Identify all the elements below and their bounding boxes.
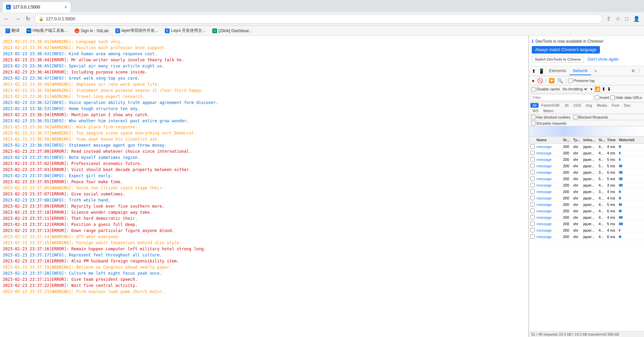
bookmark-hu[interactable]: Hu Http客户端工具集...: [24, 27, 71, 34]
match-language-button[interactable]: Always match Chrome's language: [532, 46, 600, 54]
network-table[interactable]: Name St... Ty... Initia... Si... Time Wa…: [529, 136, 644, 331]
throttle-select[interactable]: No throttling: [561, 87, 588, 91]
col-time-header[interactable]: Time: [606, 137, 618, 143]
table-row[interactable]: message 200 xhr jquer... 5... 5 ms: [529, 176, 644, 182]
invert-checkbox[interactable]: [595, 96, 599, 100]
throttle-dropdown-icon[interactable]: ▼: [590, 87, 593, 91]
type-filter-media[interactable]: Media: [595, 103, 609, 108]
table-row[interactable]: message 200 xhr jquer... 4... 5 ms: [529, 221, 644, 227]
table-row[interactable]: message 200 xhr jquer... 4... 6 ms: [529, 234, 644, 240]
row-checkbox[interactable]: [530, 189, 535, 194]
preserve-log-checkbox[interactable]: [568, 79, 572, 83]
share-button[interactable]: ⇧: [605, 14, 612, 23]
row-checkbox[interactable]: [530, 202, 535, 207]
table-row[interactable]: message 200 xhr jquer... 3... 4 ms: [529, 189, 644, 195]
type-filter-all[interactable]: All: [530, 103, 539, 108]
bookmark-translate[interactable]: T 翻译: [3, 27, 22, 34]
type-filter-img[interactable]: Img: [584, 103, 594, 108]
col-size-header[interactable]: Si...: [598, 137, 606, 143]
table-row[interactable]: message 200 xhr jquer... 4... 5 ms: [529, 202, 644, 208]
switch-to-chinese-button[interactable]: Switch DevTools to Chinese: [532, 56, 584, 63]
clear-button[interactable]: 🚫: [536, 77, 544, 84]
row-checkbox[interactable]: [530, 222, 535, 226]
invert-label[interactable]: Invert: [595, 96, 609, 100]
dont-show-again-button[interactable]: Don't show again: [586, 56, 620, 63]
preserve-log-label[interactable]: Preserve log: [568, 79, 594, 83]
hide-data-urls-checkbox[interactable]: [610, 96, 615, 100]
type-filter-wasm[interactable]: Wasm: [541, 108, 556, 113]
has-blocked-cookies-checkbox[interactable]: [531, 115, 535, 119]
row-checkbox[interactable]: [530, 144, 535, 149]
row-checkbox[interactable]: [530, 157, 535, 162]
disable-cache-checkbox[interactable]: [531, 87, 535, 91]
row-checkbox[interactable]: [530, 176, 535, 181]
more-options-icon[interactable]: ⋮: [636, 67, 643, 75]
type-filter-js[interactable]: JS: [562, 103, 571, 108]
record-button[interactable]: ●: [531, 77, 535, 84]
network-conditions-icon[interactable]: 📶: [594, 86, 600, 92]
bookmark-button[interactable]: ☆: [614, 14, 622, 23]
row-checkbox[interactable]: [530, 170, 535, 174]
col-type-header[interactable]: Ty...: [572, 137, 583, 143]
table-row[interactable]: message 200 xhr jquer... 5... 5 ms: [529, 163, 644, 169]
active-tab[interactable]: L 127.0.0.1:5000 ×: [3, 2, 71, 12]
row-type: xhr: [572, 144, 583, 149]
settings-icon[interactable]: ⚙: [630, 67, 636, 75]
import-icon[interactable]: ⬆: [602, 86, 606, 92]
has-blocked-cookies-label[interactable]: Has blocked cookies: [531, 115, 570, 119]
tab-elements[interactable]: Elements: [546, 67, 569, 75]
type-filter-doc[interactable]: Doc: [622, 103, 633, 108]
row-checkbox[interactable]: [530, 234, 535, 239]
row-checkbox[interactable]: [530, 164, 535, 168]
table-row[interactable]: message 200 xhr jquer... 4... 6 ms: [529, 208, 644, 214]
table-row[interactable]: message 200 xhr jquer... 4... 5 ms: [529, 156, 644, 163]
table-row[interactable]: message 200 xhr jquer... 4... 4 ms: [529, 144, 644, 150]
col-initiator-header[interactable]: Initia...: [583, 137, 598, 143]
tab-network[interactable]: Network: [569, 67, 591, 75]
devtools-cursor-icon[interactable]: ⬆: [530, 67, 537, 75]
col-name-header[interactable]: Name: [535, 137, 562, 143]
col-status-header[interactable]: St...: [562, 137, 572, 143]
bookmark-gitlab[interactable]: 🦊 Sign in · GitLab: [72, 28, 111, 34]
row-checkbox[interactable]: [530, 183, 535, 187]
filter-icon[interactable]: 🔽: [548, 77, 555, 84]
back-button[interactable]: ←: [3, 15, 11, 23]
type-filter-font[interactable]: Font: [610, 103, 621, 108]
row-checkbox[interactable]: [530, 196, 535, 200]
bookmark-layui[interactable]: B Layui 开发使用文...: [162, 27, 208, 34]
forward-button[interactable]: →: [14, 15, 22, 23]
third-party-label[interactable]: 3rd-party requests: [531, 121, 566, 125]
table-row[interactable]: message 200 xhr jquer... 3... 6 ms: [529, 169, 644, 176]
table-row[interactable]: message 200 xhr jquer... 4... 4 ms: [529, 150, 644, 156]
bookmark-zillnk[interactable]: D [Zillnk] Dashboar...: [210, 28, 255, 34]
log-panel[interactable]: 2023-02-23 23:36:41[WARNING]: Language s…: [0, 36, 529, 337]
devtools-device-icon[interactable]: 📱: [537, 67, 546, 75]
table-row[interactable]: message 200 xhr jquer... 4... 3 ms: [529, 182, 644, 189]
table-row[interactable]: message 200 xhr jquer... 4... 4 ms: [529, 227, 644, 234]
address-bar[interactable]: 🔒 127.0.0.1:5000: [34, 14, 602, 24]
search-button[interactable]: 🔍: [557, 77, 564, 84]
export-icon[interactable]: ⬇: [607, 86, 611, 92]
split-button[interactable]: □: [624, 14, 630, 23]
blocked-requests-checkbox[interactable]: [573, 115, 578, 119]
row-checkbox[interactable]: [530, 209, 535, 213]
table-row[interactable]: message 200 xhr jquer... 4... 4 ms: [529, 214, 644, 221]
third-party-checkbox[interactable]: [531, 121, 535, 125]
type-filter-ws[interactable]: WS: [530, 108, 541, 113]
col-waterfall-header[interactable]: Waterfall: [618, 137, 643, 143]
filter-input[interactable]: [531, 94, 593, 101]
bookmark-layer[interactable]: B layer弹层组件开发...: [113, 27, 161, 34]
row-checkbox[interactable]: [530, 215, 535, 219]
row-checkbox[interactable]: [530, 228, 535, 232]
type-filter-fetch/xhr[interactable]: Fetch/XHR: [539, 103, 562, 108]
blocked-requests-label[interactable]: Blocked Requests: [573, 115, 608, 119]
reload-button[interactable]: ↻: [24, 14, 32, 23]
tab-more[interactable]: »: [591, 67, 600, 75]
profile-button[interactable]: 👤: [632, 14, 641, 23]
hide-data-urls-label[interactable]: Hide data URLs: [610, 96, 642, 100]
table-row[interactable]: message 200 xhr jquer... 4... 4 ms: [529, 195, 644, 202]
tab-close-button[interactable]: ×: [64, 4, 67, 10]
disable-cache-label[interactable]: Disable cache: [531, 87, 560, 91]
type-filter-css[interactable]: CSS: [571, 103, 583, 108]
row-checkbox[interactable]: [530, 151, 535, 155]
